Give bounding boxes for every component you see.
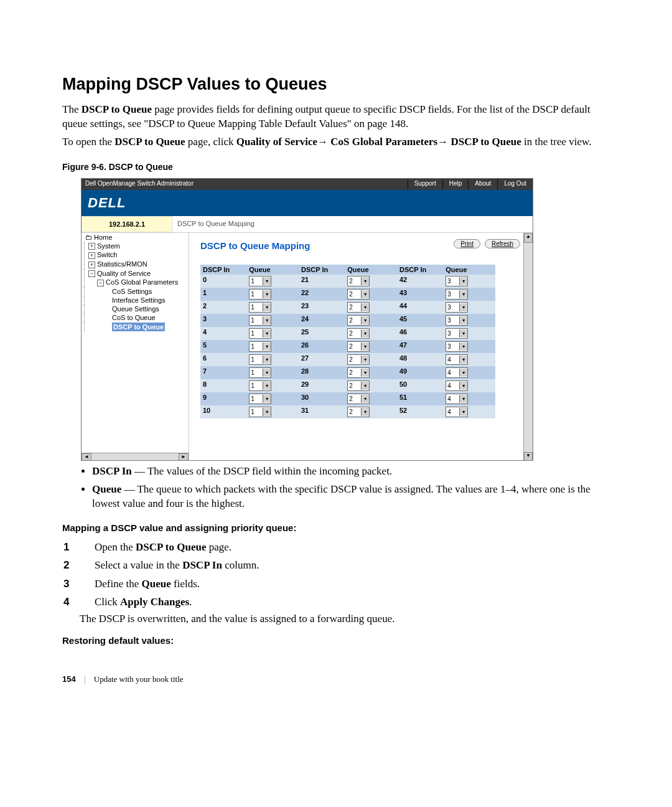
queue-select[interactable]: 1▼ [249, 328, 271, 339]
nav-dscp-to-queue[interactable]: DSCP to Queue [112, 323, 165, 331]
scroll-left-icon[interactable]: ◄ [82, 453, 91, 461]
collapse-icon[interactable]: − [88, 270, 95, 277]
nav-if-settings[interactable]: Interface Settings [112, 296, 166, 304]
chevron-down-icon[interactable]: ▼ [361, 329, 369, 337]
print-button[interactable]: Print [454, 239, 480, 248]
queue-select[interactable]: 3▼ [446, 315, 468, 326]
chevron-down-icon[interactable]: ▼ [361, 290, 369, 298]
chevron-down-icon[interactable]: ▼ [263, 395, 271, 403]
queue-select[interactable]: 4▼ [446, 354, 468, 365]
nav-switch[interactable]: Switch [97, 251, 117, 258]
queue-select[interactable]: 1▼ [249, 302, 271, 313]
queue-select[interactable]: 1▼ [249, 341, 271, 352]
queue-select[interactable]: 1▼ [249, 367, 271, 378]
chevron-down-icon[interactable]: ▼ [459, 290, 467, 298]
scroll-up-icon[interactable]: ▲ [524, 233, 533, 243]
scroll-right-icon[interactable]: ► [179, 453, 189, 461]
support-link[interactable]: Support [408, 179, 442, 190]
chevron-down-icon[interactable]: ▼ [459, 395, 467, 403]
chevron-down-icon[interactable]: ▼ [263, 342, 271, 351]
chevron-down-icon[interactable]: ▼ [361, 316, 369, 324]
expand-icon[interactable]: + [88, 262, 95, 268]
chevron-down-icon[interactable]: ▼ [459, 342, 467, 351]
nav-cos-settings[interactable]: CoS Settings [112, 288, 152, 295]
queue-select[interactable]: 2▼ [347, 394, 370, 404]
queue-select[interactable]: 2▼ [347, 302, 370, 313]
chevron-down-icon[interactable]: ▼ [361, 303, 369, 311]
nav-qos[interactable]: Quality of Service [97, 270, 151, 277]
chevron-down-icon[interactable]: ▼ [263, 290, 271, 298]
nav-tree[interactable]: 🗀 Home +System +Switch +Statistics/RMON … [82, 233, 189, 461]
queue-select[interactable]: 3▼ [446, 328, 468, 339]
queue-select[interactable]: 3▼ [446, 276, 468, 286]
chevron-down-icon[interactable]: ▼ [361, 395, 369, 403]
nav-home[interactable]: Home [94, 234, 112, 241]
nav-stats[interactable]: Statistics/RMON [97, 260, 147, 268]
queue-select[interactable]: 1▼ [249, 276, 271, 286]
chevron-down-icon[interactable]: ▼ [459, 369, 467, 377]
chevron-down-icon[interactable]: ▼ [361, 356, 369, 364]
queue-select[interactable]: 2▼ [347, 276, 370, 286]
chevron-down-icon[interactable]: ▼ [361, 382, 369, 390]
chevron-down-icon[interactable]: ▼ [459, 408, 467, 416]
h-scrollbar[interactable]: ◄► [82, 453, 189, 461]
table-row: 51▼ [200, 340, 299, 353]
queue-select[interactable]: 4▼ [446, 367, 468, 378]
nav-cos-global[interactable]: CoS Global Parameters [106, 278, 178, 286]
queue-select[interactable]: 2▼ [347, 328, 370, 339]
queue-select[interactable]: 1▼ [249, 289, 271, 300]
queue-select[interactable]: 2▼ [347, 341, 370, 352]
t: Select a value in the [95, 559, 182, 571]
window-title: Dell OpenManage Switch Administrator [82, 179, 408, 190]
help-link[interactable]: Help [442, 179, 469, 190]
dscp-value: 25 [299, 327, 345, 340]
nav-system[interactable]: System [97, 242, 120, 250]
chevron-down-icon[interactable]: ▼ [263, 356, 271, 364]
queue-select[interactable]: 3▼ [446, 302, 468, 313]
nav-cos-to-queue[interactable]: CoS to Queue [112, 314, 156, 321]
chevron-down-icon[interactable]: ▼ [459, 277, 467, 285]
logout-link[interactable]: Log Out [497, 179, 533, 190]
table-row: 463▼ [397, 327, 495, 340]
queue-select[interactable]: 2▼ [347, 315, 370, 326]
queue-select[interactable]: 1▼ [249, 380, 271, 391]
expand-icon[interactable]: + [88, 252, 95, 259]
queue-select[interactable]: 4▼ [446, 407, 468, 417]
chevron-down-icon[interactable]: ▼ [459, 329, 467, 337]
chevron-down-icon[interactable]: ▼ [263, 277, 271, 285]
chevron-down-icon[interactable]: ▼ [263, 369, 271, 377]
chevron-down-icon[interactable]: ▼ [263, 382, 271, 390]
refresh-button[interactable]: Refresh [485, 239, 520, 248]
queue-select[interactable]: 4▼ [446, 380, 468, 391]
queue-select[interactable]: 1▼ [249, 407, 271, 417]
v-scrollbar[interactable]: ▲ ▼ [523, 233, 533, 461]
chevron-down-icon[interactable]: ▼ [263, 408, 271, 416]
chevron-down-icon[interactable]: ▼ [263, 316, 271, 324]
collapse-icon[interactable]: − [97, 280, 104, 286]
queue-select[interactable]: 1▼ [249, 354, 271, 365]
queue-select[interactable]: 2▼ [347, 367, 370, 378]
nav-queue-settings[interactable]: Queue Settings [112, 305, 159, 313]
chevron-down-icon[interactable]: ▼ [361, 342, 369, 351]
queue-select[interactable]: 1▼ [249, 315, 271, 326]
queue-select[interactable]: 2▼ [347, 380, 370, 391]
chevron-down-icon[interactable]: ▼ [459, 303, 467, 311]
chevron-down-icon[interactable]: ▼ [361, 277, 369, 285]
queue-select[interactable]: 4▼ [446, 394, 468, 404]
queue-select[interactable]: 1▼ [249, 394, 271, 404]
chevron-down-icon[interactable]: ▼ [459, 356, 467, 364]
chevron-down-icon[interactable]: ▼ [459, 316, 467, 324]
queue-select[interactable]: 2▼ [347, 289, 370, 300]
chevron-down-icon[interactable]: ▼ [263, 303, 271, 311]
about-link[interactable]: About [468, 179, 497, 190]
chevron-down-icon[interactable]: ▼ [361, 369, 369, 377]
queue-select[interactable]: 2▼ [347, 407, 370, 417]
queue-select[interactable]: 3▼ [446, 341, 468, 352]
chevron-down-icon[interactable]: ▼ [361, 408, 369, 416]
expand-icon[interactable]: + [88, 243, 95, 250]
queue-select[interactable]: 2▼ [347, 354, 370, 365]
chevron-down-icon[interactable]: ▼ [263, 329, 271, 337]
queue-select[interactable]: 3▼ [446, 289, 468, 300]
scroll-down-icon[interactable]: ▼ [524, 452, 533, 461]
chevron-down-icon[interactable]: ▼ [459, 382, 467, 390]
